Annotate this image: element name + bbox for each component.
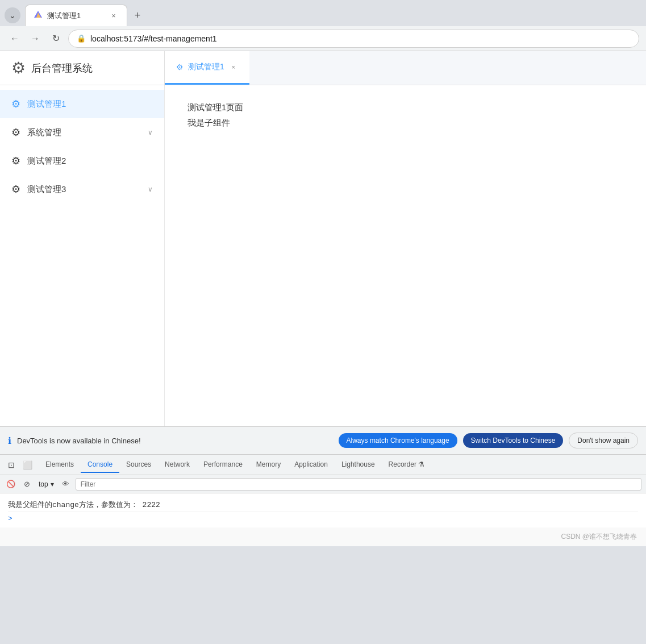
content-line-1: 测试管理1页面: [187, 102, 623, 113]
devtools-tab-memory[interactable]: Memory: [249, 457, 287, 473]
app-tab-title: 测试管理1: [188, 62, 224, 72]
devtools-tab-performance[interactable]: Performance: [197, 457, 249, 473]
device-icon: ⬜: [23, 460, 32, 470]
address-bar[interactable]: 🔒 localhost:5173/#/test-management1: [68, 30, 639, 48]
app-container: ⚙ 后台管理系统 ⚙ 测试管理1 × ⚙ 测试管理1 ⚙: [0, 51, 646, 546]
devtools-notification-bar: ℹ DevTools is now available in Chinese! …: [0, 426, 646, 454]
sidebar-item-test2[interactable]: ⚙ 测试管理2: [0, 147, 164, 175]
devtools-tab-sources[interactable]: Sources: [119, 457, 158, 473]
top-context-selector[interactable]: top ▾: [36, 479, 56, 489]
tab-title: 测试管理1: [47, 11, 104, 21]
sidebar: ⚙ 测试管理1 ⚙ 系统管理 ∨ ⚙ 测试管理2 ⚙ 测试管理3 ∨: [0, 85, 165, 426]
app-tab-test1[interactable]: ⚙ 测试管理1 ×: [165, 51, 249, 85]
always-match-language-button[interactable]: Always match Chrome's language: [339, 433, 457, 448]
console-prompt[interactable]: >: [8, 514, 638, 523]
tab-bar: ⌄ 测试管理1 × +: [0, 0, 646, 26]
watermark-text: CSDN @谁不想飞绕青春: [561, 533, 637, 541]
browser-menu-button[interactable]: ⌄: [5, 7, 20, 23]
console-log-line: 我是父组件的change方法，参数值为： 2222: [8, 498, 638, 512]
tab-favicon: [34, 10, 43, 21]
devtools-inspect-button[interactable]: ⊡: [5, 458, 18, 472]
sidebar-label-sys: 系统管理: [27, 127, 141, 138]
devtools-tab-recorder[interactable]: Recorder ⚗: [382, 457, 432, 473]
app-header: ⚙ 后台管理系统 ⚙ 测试管理1 ×: [0, 51, 646, 85]
devtools-tab-bar: ⊡ ⬜ Elements Console Sources Network: [0, 455, 646, 475]
console-toolbar: 🚫 ⊘ top ▾ 👁: [0, 475, 646, 493]
console-filter-toggle[interactable]: ⊘: [20, 478, 33, 491]
devtools-icon-group: ⊡ ⬜: [5, 458, 34, 472]
address-text: localhost:5173/#/test-management1: [90, 34, 631, 43]
back-icon: ←: [10, 34, 19, 44]
console-output: 我是父组件的change方法，参数值为： 2222 >: [0, 493, 646, 527]
sidebar-gear-icon-1: ⚙: [11, 98, 20, 110]
devtools-tab-lighthouse[interactable]: Lighthouse: [335, 457, 382, 473]
browser-tab[interactable]: 测试管理1 ×: [25, 5, 127, 26]
content-line-2: 我是子组件: [187, 118, 623, 128]
selector-arrow-icon: ▾: [51, 480, 54, 488]
lock-icon: 🔒: [77, 34, 86, 43]
sidebar-item-test3[interactable]: ⚙ 测试管理3 ∨: [0, 175, 164, 203]
cursor-icon: ⊡: [8, 460, 15, 470]
eye-icon: 👁: [62, 480, 69, 488]
app-tab-bar: ⚙ 测试管理1 ×: [165, 51, 646, 85]
vite-logo-icon: [34, 10, 43, 19]
clear-icon: 🚫: [6, 480, 15, 488]
tab-close-button[interactable]: ×: [109, 11, 119, 21]
filter-icon: ⊘: [24, 480, 30, 488]
reload-button[interactable]: ↻: [48, 31, 64, 47]
app-brand: ⚙ 后台管理系统: [0, 51, 165, 85]
devtools-tab-console[interactable]: Console: [81, 457, 119, 473]
tab-list: 测试管理1 ×: [25, 5, 127, 26]
console-eye-button[interactable]: 👁: [60, 478, 72, 491]
sidebar-item-sys[interactable]: ⚙ 系统管理 ∨: [0, 118, 164, 147]
sidebar-gear-icon-3: ⚙: [11, 155, 20, 167]
dont-show-again-button[interactable]: Don't show again: [569, 433, 638, 448]
devtools-panel: ⊡ ⬜ Elements Console Sources Network: [0, 454, 646, 527]
info-icon: ℹ: [8, 435, 11, 446]
main-layout: ⚙ 测试管理1 ⚙ 系统管理 ∨ ⚙ 测试管理2 ⚙ 测试管理3 ∨: [0, 85, 646, 426]
nav-bar: ← → ↻ 🔒 localhost:5173/#/test-management…: [0, 26, 646, 51]
sidebar-gear-icon-2: ⚙: [11, 126, 20, 139]
switch-to-chinese-button[interactable]: Switch DevTools to Chinese: [463, 433, 564, 448]
content-area: 测试管理1页面 我是子组件: [165, 85, 646, 426]
chevron-down-icon-sys: ∨: [148, 128, 153, 136]
sidebar-label-test3: 测试管理3: [27, 184, 141, 195]
brand-gear-icon: ⚙: [11, 59, 26, 77]
devtools-tab-network[interactable]: Network: [158, 457, 197, 473]
app-tab-close-button[interactable]: ×: [229, 63, 238, 72]
top-label: top: [39, 480, 48, 488]
back-button[interactable]: ←: [7, 31, 23, 47]
footer-watermark: CSDN @谁不想飞绕青春: [0, 527, 646, 546]
forward-button[interactable]: →: [27, 31, 43, 47]
notification-text: DevTools is now available in Chinese!: [17, 437, 333, 445]
chevron-down-icon-test3: ∨: [148, 185, 153, 193]
sidebar-label-test1: 测试管理1: [27, 99, 153, 110]
devtools-tab-elements[interactable]: Elements: [39, 457, 81, 473]
chevron-down-icon: ⌄: [9, 11, 16, 20]
console-clear-button[interactable]: 🚫: [5, 478, 17, 491]
brand-title: 后台管理系统: [31, 61, 93, 75]
app-tab-gear-icon: ⚙: [176, 63, 184, 72]
tab-bar-left: ⌄: [5, 7, 25, 23]
plus-icon: +: [135, 10, 141, 22]
new-tab-button[interactable]: +: [130, 7, 145, 23]
reload-icon: ↻: [52, 33, 60, 44]
forward-icon: →: [31, 34, 40, 44]
sidebar-item-test1[interactable]: ⚙ 测试管理1: [0, 90, 164, 118]
browser-window: ⌄ 测试管理1 × + ← →: [0, 0, 646, 546]
console-filter-input[interactable]: [76, 478, 641, 491]
devtools-device-button[interactable]: ⬜: [20, 458, 34, 472]
sidebar-gear-icon-4: ⚙: [11, 183, 20, 196]
sidebar-label-test2: 测试管理2: [27, 156, 153, 167]
devtools-tab-application[interactable]: Application: [287, 457, 335, 473]
